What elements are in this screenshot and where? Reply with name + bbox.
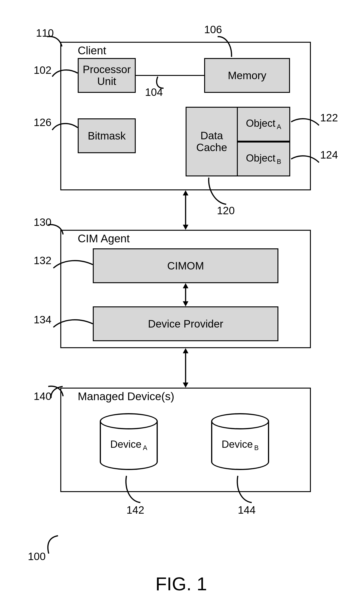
lead-142 <box>123 475 142 505</box>
arrow-agent-devices <box>181 348 190 388</box>
ref-126: 126 <box>34 116 52 129</box>
device-b-cylinder: DeviceB <box>211 413 269 470</box>
managed-devices-title: Managed Device(s) <box>78 390 174 403</box>
object-b-label: ObjectB <box>246 153 281 165</box>
lead-100 <box>45 534 62 555</box>
ref-100: 100 <box>28 550 46 563</box>
lead-126 <box>51 121 79 133</box>
svg-marker-4 <box>183 283 188 288</box>
bitmask-module: Bitmask <box>78 118 136 153</box>
managed-devices-box <box>60 388 311 492</box>
device-provider-module: Device Provider <box>93 306 278 341</box>
memory-module: Memory <box>204 58 290 93</box>
device-b-label: DeviceB <box>221 438 259 452</box>
ref-106: 106 <box>204 23 222 36</box>
ref-142: 142 <box>126 504 144 516</box>
svg-marker-1 <box>183 190 188 196</box>
cylinder-top <box>211 413 269 429</box>
lead-106 <box>216 35 234 58</box>
lead-134 <box>52 318 94 331</box>
svg-marker-5 <box>183 301 188 306</box>
ref-132: 132 <box>34 254 52 267</box>
lead-104 <box>154 75 166 89</box>
device-provider-label: Device Provider <box>148 318 223 330</box>
object-a-module: ObjectA <box>237 107 290 142</box>
processor-unit-module: Processor Unit <box>78 58 136 93</box>
arrow-cimom-provider <box>181 283 190 306</box>
data-cache-label: Data Cache <box>186 130 237 153</box>
bus-line <box>136 75 204 76</box>
cim-agent-title: CIM Agent <box>78 232 130 245</box>
lead-110 <box>45 35 64 49</box>
object-b-module: ObjectB <box>237 142 290 176</box>
lead-102 <box>51 67 79 79</box>
arrow-client-agent <box>181 190 190 230</box>
cimom-label: CIMOM <box>167 260 204 272</box>
processor-unit-label: Processor Unit <box>79 64 135 87</box>
figure-page: Client Processor Unit Memory Bitmask Dat… <box>0 0 364 610</box>
object-a-label: ObjectA <box>246 118 281 131</box>
cylinder-top <box>100 413 158 429</box>
device-a-cylinder: DeviceA <box>100 413 158 470</box>
lead-132 <box>52 259 94 272</box>
data-cache-module: Data Cache <box>186 107 238 176</box>
lead-122 <box>290 116 320 128</box>
memory-label: Memory <box>228 70 266 81</box>
lead-124 <box>290 153 320 165</box>
lead-144 <box>234 475 253 505</box>
lead-130 <box>46 223 65 236</box>
bitmask-label: Bitmask <box>88 130 126 142</box>
ref-102: 102 <box>34 64 52 76</box>
cimom-module: CIMOM <box>93 248 278 283</box>
svg-marker-7 <box>183 348 188 353</box>
svg-marker-8 <box>183 383 188 388</box>
client-title: Client <box>78 44 106 57</box>
ref-144: 144 <box>238 504 256 516</box>
lead-140b <box>49 385 65 399</box>
device-a-label: DeviceA <box>110 438 147 452</box>
lead-120 <box>207 176 227 207</box>
figure-label: FIG. 1 <box>156 573 207 595</box>
ref-134: 134 <box>34 313 52 326</box>
svg-marker-2 <box>183 225 188 230</box>
ref-122: 122 <box>320 111 338 124</box>
ref-124: 124 <box>320 148 338 161</box>
